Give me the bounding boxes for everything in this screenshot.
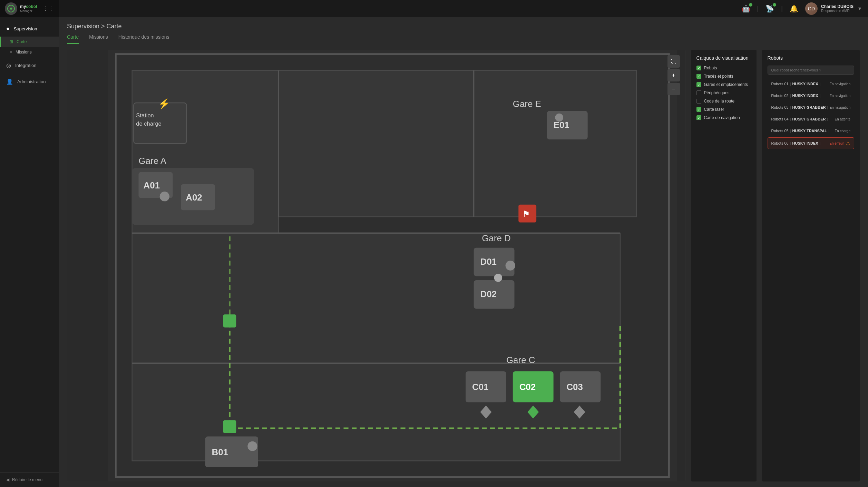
sidebar-item-integration[interactable]: ◎ Intégration [0, 57, 59, 74]
svg-point-28 [555, 114, 563, 122]
zoom-out-button[interactable]: − [667, 83, 680, 95]
user-role: Responsable AMR [821, 9, 854, 13]
map-svg: Gare A A01 A02 Station de charge ⚡ Gare … [67, 50, 685, 481]
map-controls: ⛶ + − [667, 55, 680, 95]
layer-gares-checkbox[interactable]: ✓ [696, 82, 701, 87]
layer-robots-label: Robots [704, 66, 717, 70]
layer-carte-navigation-label: Carte de navigation [704, 115, 740, 120]
grid-icon[interactable]: ⋮⋮ [43, 6, 54, 12]
robot-04-id: Robots 04 [771, 117, 789, 121]
svg-text:C01: C01 [472, 382, 489, 392]
bell-icon-wrap[interactable]: 🔔 [790, 4, 798, 13]
user-name: Charles DUBOIS [821, 4, 854, 9]
layer-robots[interactable]: ✓ Robots [696, 66, 751, 70]
robot-05-sep2: | [828, 129, 829, 133]
layer-traces[interactable]: ✓ Tracés et points [696, 74, 751, 79]
logo-area: mycobot Manager ⋮⋮ [0, 0, 59, 17]
robot-03-sep2: | [827, 105, 828, 109]
robot-05-sep: | [790, 129, 791, 133]
robot-06-status: En erreur [829, 142, 844, 145]
user-menu[interactable]: CD Charles DUBOIS Responsable AMR ▾ [805, 2, 861, 15]
svg-text:B01: B01 [212, 447, 228, 457]
robot-03-id: Robots 03 [771, 105, 789, 109]
svg-text:Gare D: Gare D [482, 233, 511, 243]
map-container[interactable]: Gare A A01 A02 Station de charge ⚡ Gare … [67, 50, 685, 481]
robot-06-model: HUSKY INDEX [792, 141, 818, 145]
layer-carte-laser-checkbox[interactable]: ✓ [696, 107, 701, 112]
sidebar-collapse-button[interactable]: ◀ Réduire le menu [0, 472, 59, 487]
sidebar-missions-label: Missions [16, 50, 32, 55]
svg-text:D01: D01 [480, 257, 497, 266]
sidebar: mycobot Manager ⋮⋮ ● Supervision ⊞ Carte… [0, 0, 59, 487]
signal-badge [773, 3, 776, 7]
logo-icon [5, 2, 17, 15]
right-panels: Calques de visualisation ✓ Robots ✓ Trac… [691, 50, 860, 481]
layer-traces-label: Tracés et points [704, 74, 733, 79]
robot-06-sep2: | [820, 141, 821, 145]
main-content: 🤖 | 📡 | 🔔 CD Charles DUBOIS Responsable … [59, 0, 868, 487]
robot-status-icon-wrap[interactable]: 🤖 [742, 4, 750, 13]
signal-icon-wrap[interactable]: 📡 [765, 4, 774, 13]
layers-panel: Calques de visualisation ✓ Robots ✓ Trac… [691, 50, 757, 481]
robot-item-01[interactable]: Robots 01 | HUSKY INDEX | En navigation [768, 79, 854, 89]
logo-text: mycobot Manager [20, 4, 37, 13]
robot-05-status: En charge [835, 129, 850, 133]
sidebar-item-supervision[interactable]: ● Supervision [0, 21, 59, 37]
supervision-sub-nav: ⊞ Carte ≡ Missions [0, 37, 59, 57]
robot-status-icon: 🤖 [742, 5, 750, 12]
layer-traces-checkbox[interactable]: ✓ [696, 74, 701, 79]
svg-text:Gare A: Gare A [138, 156, 166, 166]
layer-peripheriques-checkbox[interactable] [696, 90, 701, 95]
layer-carte-navigation-checkbox[interactable]: ✓ [696, 115, 701, 120]
robot-item-03[interactable]: Robots 03 | HUSKY GRABBER | En navigatio… [768, 102, 854, 113]
layer-gares[interactable]: ✓ Gares et emplacements [696, 82, 751, 87]
robot-06-sep: | [790, 141, 791, 145]
content-row: Gare A A01 A02 Station de charge ⚡ Gare … [59, 44, 868, 487]
tab-missions[interactable]: Missions [89, 34, 108, 44]
fullscreen-button[interactable]: ⛶ [667, 55, 680, 68]
layer-code-route-checkbox[interactable] [696, 99, 701, 104]
sidebar-item-carte[interactable]: ⊞ Carte [0, 37, 59, 47]
sidebar-item-missions[interactable]: ≡ Missions [0, 47, 59, 57]
layers-title: Calques de visualisation [696, 55, 751, 61]
robot-01-status: En navigation [829, 82, 850, 86]
layer-carte-laser[interactable]: ✓ Carte laser [696, 107, 751, 112]
tab-carte[interactable]: Carte [67, 34, 79, 44]
robot-06-id: Robots 06 [771, 141, 789, 145]
integration-icon: ◎ [6, 62, 11, 69]
svg-text:Station: Station [136, 112, 154, 118]
collapse-label: Réduire le menu [12, 477, 42, 482]
missions-icon: ≡ [10, 50, 12, 55]
robot-item-02[interactable]: Robots 02 | HUSKY INDEX | En navigation [768, 90, 854, 101]
robot-01-model: HUSKY INDEX [792, 82, 818, 86]
robot-05-model: HUSKY TRANSPAL [792, 129, 827, 133]
layer-code-route[interactable]: Code de la route [696, 99, 751, 104]
robot-01-id: Robots 01 [771, 82, 789, 86]
svg-text:C03: C03 [566, 382, 583, 392]
breadcrumb: Supervision > Carte [67, 23, 860, 30]
layer-peripheriques-label: Périphériques [704, 90, 730, 95]
robot-01-sep2: | [820, 82, 821, 86]
robot-item-05[interactable]: Robots 05 | HUSKY TRANSPAL | En charge [768, 126, 854, 136]
topbar-icons: 🤖 | 📡 | 🔔 [742, 4, 798, 13]
sidebar-item-administration[interactable]: 👤 Administration [0, 74, 59, 90]
zoom-in-button[interactable]: + [667, 69, 680, 81]
sidebar-integration-label: Intégration [15, 63, 36, 68]
svg-rect-12 [223, 314, 236, 328]
topbar-divider-1: | [757, 5, 759, 12]
layer-robots-checkbox[interactable]: ✓ [696, 66, 701, 70]
page-tabs: Carte Missions Historique des missions [67, 34, 860, 44]
robots-search-input[interactable] [768, 66, 854, 75]
robots-panel: Robots Robots 01 | HUSKY INDEX | En navi… [762, 50, 860, 481]
layer-carte-navigation[interactable]: ✓ Carte de navigation [696, 115, 751, 120]
svg-text:E01: E01 [554, 120, 569, 130]
tab-historique[interactable]: Historique des missions [118, 34, 169, 44]
svg-text:de charge: de charge [136, 120, 161, 127]
svg-point-37 [494, 274, 503, 282]
layer-peripheriques[interactable]: Périphériques [696, 90, 751, 95]
sidebar-supervision-label: Supervision [14, 26, 37, 31]
robot-item-06[interactable]: Robots 06 | HUSKY INDEX | En erreur ⚠ [768, 137, 854, 149]
robots-title: Robots [768, 55, 854, 61]
layer-carte-laser-label: Carte laser [704, 107, 724, 112]
robot-item-04[interactable]: Robots 04 | HUSKY GRABBER | En attente [768, 114, 854, 124]
